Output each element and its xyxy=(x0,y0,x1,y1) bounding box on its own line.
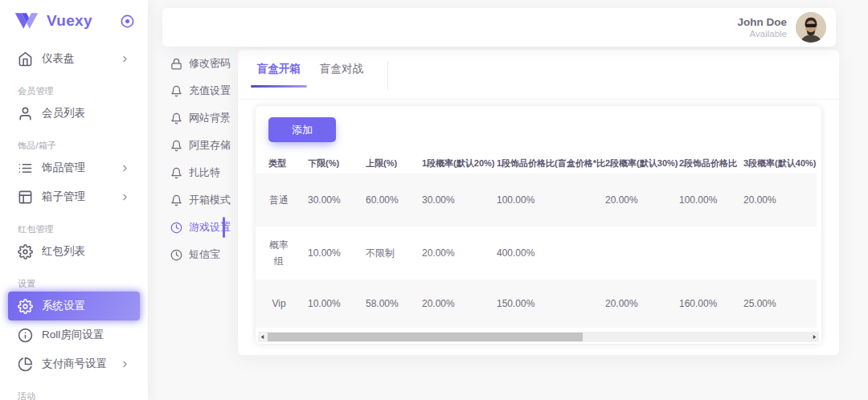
add-button[interactable]: 添加 xyxy=(268,117,336,142)
cell-value xyxy=(605,227,679,280)
cell-value: 20.00% xyxy=(605,173,679,227)
sidebar-item-roll-room-settings[interactable]: Roll房间设置 xyxy=(8,320,140,349)
settings-menu-item-site-background[interactable]: 网站背景 xyxy=(148,104,238,132)
bell-icon xyxy=(170,85,182,97)
scrollbar-thumb[interactable] xyxy=(268,333,583,341)
column-header-lower-limit: 下限(%) xyxy=(308,153,366,173)
scrollbar-left-arrow-icon[interactable] xyxy=(258,332,267,342)
rates-panel: 添加 类型 下限(%) 上限(%) 1段概率(默认20%) 1段饰品价格比(盲盒… xyxy=(256,106,821,344)
user-info: John Doe Available xyxy=(737,16,787,39)
table-row: 普通 30.00% 60.00% 30.00% 100.00% 20.00% 1… xyxy=(256,173,817,227)
sidebar-item-system-settings[interactable]: 系统设置 xyxy=(8,292,140,320)
table-header-row: 类型 下限(%) 上限(%) 1段概率(默认20%) 1段饰品价格比(盲盒价格*… xyxy=(256,153,817,173)
content-card: 盲盒开箱 盲盒对战 添加 类型 下限(%) 上限(%) 1段概率(默认20%) … xyxy=(238,50,839,355)
sidebar-item-label: Roll房间设置 xyxy=(42,328,104,342)
settings-menu-item-game-settings[interactable]: 游戏设置 xyxy=(148,214,238,241)
settings-menu-item-change-password[interactable]: 修改密码 xyxy=(148,50,238,77)
tab-blind-box-open[interactable]: 盲盒开箱 xyxy=(257,61,301,77)
cell-value: 10.00% xyxy=(308,227,366,280)
bell-icon xyxy=(170,140,182,152)
tab-divider xyxy=(387,61,388,90)
sidebar-section-members: 会员管理 xyxy=(0,86,148,96)
cell-value: 100.00% xyxy=(497,173,605,227)
sidebar-collapse-toggle-icon[interactable] xyxy=(120,14,135,29)
settings-menu-label: 扎比特 xyxy=(189,165,220,180)
column-header-upper-limit: 上限(%) xyxy=(366,153,422,173)
gear-icon xyxy=(18,299,33,314)
tab-blind-box-battle[interactable]: 盲盒对战 xyxy=(320,61,363,77)
tab-bar: 盲盒开箱 盲盒对战 xyxy=(238,50,839,100)
sidebar-item-label: 箱子管理 xyxy=(42,190,85,204)
sidebar-item-red-packet-list[interactable]: 红包列表 xyxy=(8,237,140,266)
lock-icon xyxy=(170,58,182,70)
table-row: Vip 10.00% 58.00% 20.00% 150.00% 20.00% … xyxy=(256,280,817,328)
top-header: John Doe Available xyxy=(162,8,836,47)
vuexy-logo-icon xyxy=(14,12,39,30)
chevron-right-icon xyxy=(120,163,130,173)
avatar[interactable] xyxy=(796,12,826,43)
horizontal-scrollbar[interactable] xyxy=(258,332,819,342)
sidebar-item-label: 支付商号设置 xyxy=(42,357,107,371)
settings-menu-item-unbox-mode[interactable]: 开箱模式 xyxy=(148,186,238,214)
cell-value: 150.00% xyxy=(497,280,605,328)
cell-value: 58.00% xyxy=(366,280,422,328)
clock-icon xyxy=(170,222,182,234)
sidebar-item-accessory-management[interactable]: 饰品管理 xyxy=(8,153,140,182)
cell-value: 30.00% xyxy=(308,173,366,227)
scrollbar-track[interactable] xyxy=(267,332,810,342)
grid-icon xyxy=(18,190,33,205)
gear-icon xyxy=(18,244,33,259)
user-status: Available xyxy=(737,29,787,39)
scrollbar-right-arrow-icon[interactable] xyxy=(810,332,819,342)
column-header-seg2-price-ratio: 2段饰品价格比 xyxy=(679,153,743,173)
user-icon xyxy=(18,106,33,121)
sidebar-item-payment-merchant-settings[interactable]: 支付商号设置 xyxy=(8,349,140,378)
cell-type: 概率组 xyxy=(268,237,289,270)
settings-menu-label: 短信宝 xyxy=(189,247,220,262)
column-header-seg3-probability: 3段概率(默认40%) xyxy=(743,153,817,173)
cell-value: 160.00% xyxy=(679,280,743,328)
cell-value: 100.00% xyxy=(679,173,743,227)
settings-menu: 修改密码 充值设置 网站背景 阿里存储 扎比特 开箱模式 游戏设置 短信宝 xyxy=(148,50,238,268)
cell-value: 20.00% xyxy=(605,280,679,328)
settings-menu-label: 修改密码 xyxy=(189,56,231,71)
cell-value: 20.00% xyxy=(422,280,497,328)
cell-value: 20.00% xyxy=(743,173,817,227)
sidebar-item-label: 系统设置 xyxy=(42,299,85,313)
column-header-type: 类型 xyxy=(256,153,308,173)
settings-menu-item-zabit[interactable]: 扎比特 xyxy=(148,159,238,186)
settings-menu-item-ali-storage[interactable]: 阿里存储 xyxy=(148,132,238,159)
pie-chart-icon xyxy=(18,357,33,372)
cell-value: 30.00% xyxy=(422,173,497,227)
sidebar-item-label: 饰品管理 xyxy=(42,161,85,175)
column-header-seg1-price-ratio: 1段饰品价格比(盲盒价格*比例) xyxy=(497,153,605,173)
bell-icon xyxy=(170,194,182,206)
brand-name: Vuexy xyxy=(47,12,120,30)
settings-menu-item-recharge[interactable]: 充值设置 xyxy=(148,77,238,104)
list-icon xyxy=(18,161,33,176)
sidebar-item-member-list[interactable]: 会员列表 xyxy=(8,99,140,128)
cell-value xyxy=(679,227,743,280)
sidebar-section-activities: 活动 xyxy=(0,391,148,400)
settings-menu-label: 阿里存储 xyxy=(189,138,231,153)
cell-value: 60.00% xyxy=(366,173,422,227)
column-header-seg2-probability: 2段概率(默认30%) xyxy=(605,153,679,173)
settings-menu-item-sms[interactable]: 短信宝 xyxy=(148,241,238,268)
cell-value: 10.00% xyxy=(308,280,366,328)
user-name: John Doe xyxy=(737,16,787,29)
chevron-right-icon xyxy=(120,359,130,369)
cell-value: 400.00% xyxy=(497,227,605,280)
rates-table: 类型 下限(%) 上限(%) 1段概率(默认20%) 1段饰品价格比(盲盒价格*… xyxy=(256,153,817,328)
main-sidebar: Vuexy 仪表盘 会员管理 会员列表 饰品/箱子 饰品管理 箱子管理 红包管理… xyxy=(0,0,148,400)
sidebar-item-dashboard[interactable]: 仪表盘 xyxy=(8,44,140,73)
settings-menu-label: 充值设置 xyxy=(189,84,231,98)
sidebar-item-box-management[interactable]: 箱子管理 xyxy=(8,182,140,211)
cell-type: Vip xyxy=(268,296,289,312)
sidebar-item-label: 仪表盘 xyxy=(42,51,75,66)
chevron-right-icon xyxy=(120,54,130,64)
settings-menu-label: 开箱模式 xyxy=(189,193,231,207)
settings-menu-label: 游戏设置 xyxy=(189,220,231,235)
logo-row: Vuexy xyxy=(0,0,148,42)
bell-icon xyxy=(170,167,182,179)
cell-value: 20.00% xyxy=(422,227,497,280)
